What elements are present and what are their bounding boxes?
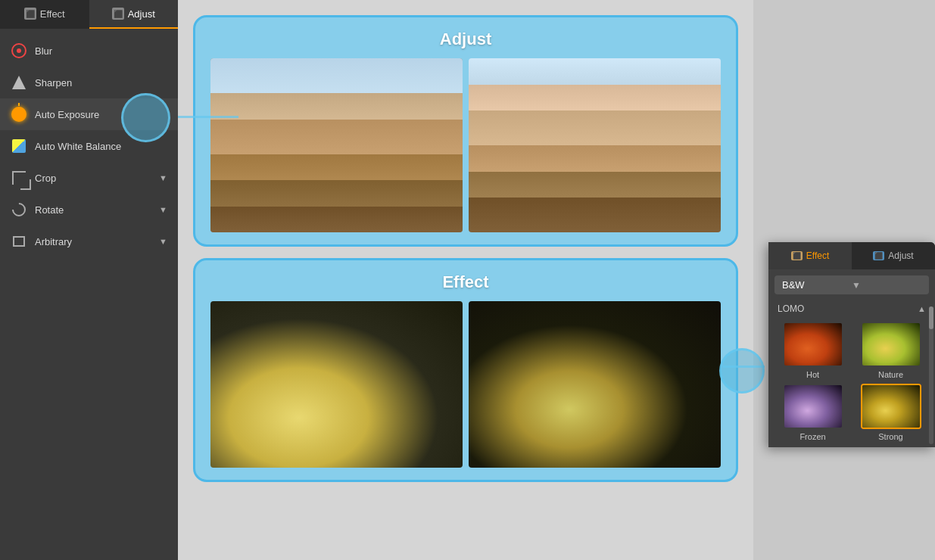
hot-thumb-visual [784, 323, 842, 366]
sidebar-tab-effect[interactable]: ⬛ Effect [0, 0, 89, 29]
effect-card-title: Effect [210, 272, 721, 292]
sidebar-tab-adjust-label: Adjust [128, 8, 155, 20]
right-panel-tab-adjust[interactable]: ⬛ Adjust [852, 242, 935, 269]
effect-thumb-frozen[interactable]: Frozen [776, 384, 849, 441]
bw-dropdown-value: B&W [782, 279, 852, 291]
hot-thumb-label: Hot [806, 370, 819, 379]
frozen-thumb-image [783, 384, 843, 429]
arbitrary-icon-container [11, 233, 27, 250]
crop-arrow-icon: ▼ [159, 173, 167, 182]
adjust-before-image [210, 58, 463, 232]
adjust-after-image [469, 58, 721, 232]
building-after [469, 58, 721, 232]
blur-icon-container [11, 42, 27, 59]
sidebar: ⬛ Effect ⬛ Adjust Blur Sharpen [0, 0, 178, 560]
sidebar-item-auto-exposure-label: Auto Exposure [35, 109, 99, 120]
panel-scrollbar-thumb[interactable] [929, 306, 933, 329]
annotation-circle-right [719, 348, 765, 394]
sidebar-item-blur[interactable]: Blur [0, 35, 178, 67]
right-panel-adjust-icon: ⬛ [873, 251, 884, 260]
sidebar-item-auto-white-balance-label: Auto White Balance [35, 141, 121, 152]
bw-dropdown[interactable]: B&W ▼ [774, 275, 929, 294]
lomo-section-label: LOMO [778, 303, 804, 314]
main-content: Adjust Effect [178, 0, 753, 560]
panel-scrollbar[interactable] [929, 306, 933, 444]
effect-tab-icon: ⬛ [24, 8, 36, 20]
adjust-card-title: Adjust [210, 30, 721, 49]
crop-icon [12, 171, 26, 185]
nature-thumb-image [861, 322, 921, 367]
exposure-icon-container [11, 106, 27, 123]
frozen-thumb-visual [784, 385, 842, 428]
annotation-circle-left [121, 93, 170, 142]
section-collapse-icon[interactable]: ▲ [918, 304, 926, 313]
exposure-icon [11, 107, 26, 122]
right-panel-effect-icon: ⬛ [791, 251, 803, 260]
sidebar-item-crop[interactable]: Crop ▼ [0, 162, 178, 194]
effect-thumbnails-grid: Hot Nature Frozen Stron [774, 322, 929, 441]
effect-thumb-strong[interactable]: Strong [854, 384, 927, 441]
effect-after-image [469, 301, 721, 468]
effect-thumb-nature[interactable]: Nature [854, 322, 927, 379]
effect-card: Effect [193, 258, 738, 482]
arbitrary-icon [13, 236, 25, 247]
right-panel-effect-label: Effect [806, 250, 829, 261]
effect-card-images [210, 301, 721, 468]
sidebar-item-crop-label: Crop [35, 173, 56, 184]
right-panel-tab-effect[interactable]: ⬛ Effect [768, 242, 852, 269]
sidebar-tab-effect-label: Effect [40, 8, 65, 20]
sidebar-item-blur-label: Blur [35, 45, 52, 57]
right-panel: ⬛ Effect ⬛ Adjust B&W ▼ LOMO ▲ Hot [768, 242, 935, 447]
lomo-section-header: LOMO ▲ [774, 300, 929, 317]
hot-thumb-image [783, 322, 843, 367]
adjust-card-images [210, 58, 721, 232]
nature-thumb-visual [862, 323, 920, 366]
strong-thumb-visual [862, 385, 920, 428]
adjust-card: Adjust [193, 15, 738, 247]
nature-thumb-label: Nature [878, 370, 903, 379]
right-panel-tab-bar: ⬛ Effect ⬛ Adjust [768, 242, 935, 269]
sidebar-item-rotate-label: Rotate [35, 204, 64, 216]
strong-thumb-image [861, 384, 921, 429]
rotate-icon [9, 200, 28, 219]
sidebar-tab-bar: ⬛ Effect ⬛ Adjust [0, 0, 178, 29]
sunflower-after [469, 301, 721, 468]
sidebar-item-sharpen-label: Sharpen [35, 77, 72, 89]
strong-thumb-label: Strong [878, 432, 902, 441]
wb-icon-container [11, 138, 27, 154]
arbitrary-arrow-icon: ▼ [159, 237, 167, 246]
effect-thumb-hot[interactable]: Hot [776, 322, 849, 379]
adjust-tab-icon: ⬛ [112, 8, 124, 20]
building-before [210, 58, 463, 232]
sidebar-item-arbitrary[interactable]: Arbitrary ▼ [0, 226, 178, 257]
right-panel-adjust-label: Adjust [888, 250, 913, 261]
sidebar-tab-adjust[interactable]: ⬛ Adjust [89, 0, 179, 29]
sidebar-item-rotate[interactable]: Rotate ▼ [0, 194, 178, 226]
frozen-thumb-label: Frozen [799, 432, 825, 441]
panel-content: B&W ▼ LOMO ▲ Hot Nature [768, 269, 935, 447]
rotate-icon-container [11, 201, 27, 218]
blur-icon [11, 43, 26, 58]
dropdown-arrow-icon: ▼ [852, 280, 921, 291]
wb-icon [12, 139, 26, 153]
rotate-arrow-icon: ▼ [159, 205, 167, 214]
sharpen-icon-container [11, 74, 27, 91]
annotation-line-left [178, 116, 238, 118]
annotation-line-right [723, 366, 765, 368]
effect-before-image [210, 301, 463, 468]
sharpen-icon [12, 76, 26, 89]
sidebar-items-list: Blur Sharpen Auto Exposure Auto White Ba… [0, 29, 178, 263]
sidebar-item-arbitrary-label: Arbitrary [35, 236, 72, 247]
sunflower-before [210, 301, 463, 468]
crop-icon-container [11, 170, 27, 186]
